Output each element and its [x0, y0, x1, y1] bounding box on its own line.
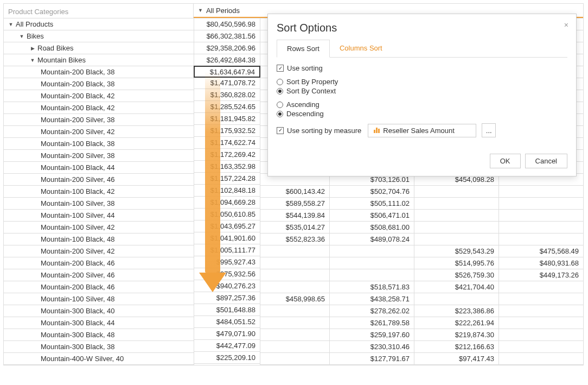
row-header[interactable]: Mountain-200 Black, 38 [4, 66, 194, 78]
data-cell[interactable]: $1,102,848.18 [194, 185, 260, 197]
row-header[interactable]: Mountain-100 Black, 48 [4, 233, 194, 245]
row-header[interactable]: Mountain-100 Black, 44 [4, 162, 194, 174]
row-header[interactable]: Mountain-300 Black, 38 [4, 341, 194, 353]
data-cell[interactable]: $1,285,524.65 [194, 101, 260, 113]
measure-selector[interactable]: Reseller Sales Amount [368, 124, 476, 137]
data-cell[interactable]: $489,078.24 [330, 233, 414, 245]
data-cell[interactable] [414, 293, 498, 305]
data-cell[interactable] [330, 269, 414, 281]
row-header[interactable]: Mountain-100 Silver, 44 [4, 210, 194, 222]
data-cell[interactable] [330, 245, 414, 257]
data-cell[interactable]: $897,257.36 [194, 292, 260, 304]
data-cell[interactable]: $529,543.29 [414, 245, 498, 257]
data-cell[interactable] [499, 210, 583, 222]
data-cell[interactable]: $506,471.01 [330, 210, 414, 222]
data-cell[interactable]: $1,163,352.98 [194, 161, 260, 173]
data-cell[interactable]: $1,175,932.52 [194, 125, 260, 137]
row-header[interactable]: Mountain-200 Black, 42 [4, 102, 194, 114]
data-cell[interactable]: $1,157,224.28 [194, 173, 260, 185]
data-cell[interactable] [260, 317, 329, 329]
data-cell[interactable]: $1,471,078.72 [194, 77, 260, 89]
row-header[interactable]: Mountain-200 Silver, 46 [4, 269, 194, 281]
data-cell[interactable]: $442,477.09 [194, 340, 260, 352]
data-cell[interactable]: $600,143.42 [260, 186, 329, 198]
data-cell[interactable] [260, 257, 329, 269]
row-header[interactable]: Mountain-100 Silver, 42 [4, 222, 194, 233]
data-cell[interactable] [499, 281, 583, 293]
row-header[interactable]: Mountain-200 Black, 46 [4, 257, 194, 269]
data-cell[interactable]: $223,386.86 [414, 305, 498, 317]
data-cell[interactable]: $518,571.83 [330, 281, 414, 293]
row-header[interactable]: Mountain-100 Silver, 48 [4, 293, 194, 305]
row-header[interactable]: Mountain-200 Black, 38 [4, 78, 194, 90]
row-header[interactable]: Mountain-100 Black, 42 [4, 186, 194, 198]
data-cell[interactable]: $222,261.94 [414, 317, 498, 329]
row-header[interactable]: Mountain-300 Black, 40 [4, 305, 194, 317]
data-cell[interactable] [499, 317, 583, 329]
row-header[interactable]: Mountain-200 Silver, 38 [4, 114, 194, 126]
ok-button[interactable]: OK [490, 154, 521, 168]
data-cell[interactable]: $449,173.26 [499, 269, 583, 281]
row-header[interactable]: ▼All Products [4, 18, 194, 30]
row-header[interactable]: ▼Mountain Bikes [4, 54, 194, 66]
data-cell[interactable] [260, 305, 329, 317]
row-header[interactable]: ▶Road Bikes [4, 42, 194, 54]
data-cell[interactable]: $225,209.10 [194, 352, 260, 364]
data-cell[interactable] [260, 353, 329, 365]
use-sorting-by-measure-checkbox[interactable]: ✓ [277, 127, 284, 134]
data-cell[interactable]: $1,174,622.74 [194, 137, 260, 149]
data-cell[interactable] [260, 269, 329, 281]
row-header[interactable]: Mountain-200 Silver, 42 [4, 245, 194, 257]
data-cell[interactable]: $475,568.49 [499, 245, 583, 257]
data-cell[interactable]: $26,492,684.38 [194, 54, 260, 66]
row-header[interactable]: ▼Bikes [4, 30, 194, 42]
cancel-button[interactable]: Cancel [525, 154, 567, 168]
data-cell[interactable] [499, 329, 583, 341]
data-cell[interactable]: $80,450,596.98 [194, 18, 260, 30]
row-header[interactable]: Mountain-400-W Silver, 40 [4, 353, 194, 365]
data-cell[interactable]: $544,139.84 [260, 210, 329, 222]
data-cell[interactable]: $438,258.71 [330, 293, 414, 305]
data-cell[interactable]: $278,262.02 [330, 305, 414, 317]
data-cell[interactable]: $501,648.88 [194, 304, 260, 316]
chevron-down-icon[interactable]: ▼ [19, 34, 24, 39]
data-cell[interactable]: $212,166.63 [414, 341, 498, 353]
data-cell[interactable] [499, 186, 583, 198]
row-header[interactable]: Mountain-200 Black, 42 [4, 90, 194, 102]
data-cell[interactable] [499, 305, 583, 317]
data-cell[interactable] [414, 222, 498, 233]
row-header[interactable]: Mountain-200 Silver, 46 [4, 174, 194, 186]
data-cell[interactable]: $1,005,111.77 [194, 244, 260, 256]
data-cell[interactable]: $1,050,610.85 [194, 209, 260, 220]
data-cell[interactable]: $552,823.36 [260, 233, 329, 245]
chevron-right-icon[interactable]: ▶ [30, 46, 35, 51]
data-cell[interactable]: $589,558.27 [260, 198, 329, 210]
data-cell[interactable]: $1,360,828.02 [194, 89, 260, 101]
data-cell[interactable]: $259,197.60 [330, 329, 414, 341]
sort-by-property-radio[interactable] [277, 79, 283, 85]
use-sorting-checkbox[interactable]: ✓ [277, 65, 284, 72]
data-cell[interactable]: $995,927.43 [194, 256, 260, 268]
measure-ellipsis-button[interactable]: ... [482, 123, 496, 137]
row-header[interactable]: Mountain-200 Black, 46 [4, 281, 194, 293]
chevron-down-icon[interactable]: ▼ [8, 22, 14, 27]
data-cell[interactable]: $1,094,669.28 [194, 197, 260, 209]
data-cell[interactable]: $1,041,901.60 [194, 232, 260, 244]
close-icon[interactable]: × [564, 21, 568, 29]
data-cell[interactable]: $1,181,945.82 [194, 113, 260, 125]
data-cell[interactable]: $940,276.23 [194, 280, 260, 292]
data-cell[interactable] [414, 210, 498, 222]
data-cell[interactable] [499, 198, 583, 210]
data-cell[interactable]: $502,704.76 [330, 186, 414, 198]
data-cell[interactable] [499, 341, 583, 353]
row-header[interactable]: Mountain-300 Black, 48 [4, 329, 194, 341]
data-cell[interactable] [499, 222, 583, 233]
data-cell[interactable] [260, 281, 329, 293]
data-cell[interactable]: $219,874.30 [414, 329, 498, 341]
tab-rows-sort[interactable]: Rows Sort [277, 40, 330, 58]
data-cell[interactable] [414, 233, 498, 245]
data-cell[interactable]: $230,310.46 [330, 341, 414, 353]
data-cell[interactable]: $526,759.30 [414, 269, 498, 281]
data-cell[interactable]: $421,704.40 [414, 281, 498, 293]
data-cell[interactable] [260, 245, 329, 257]
